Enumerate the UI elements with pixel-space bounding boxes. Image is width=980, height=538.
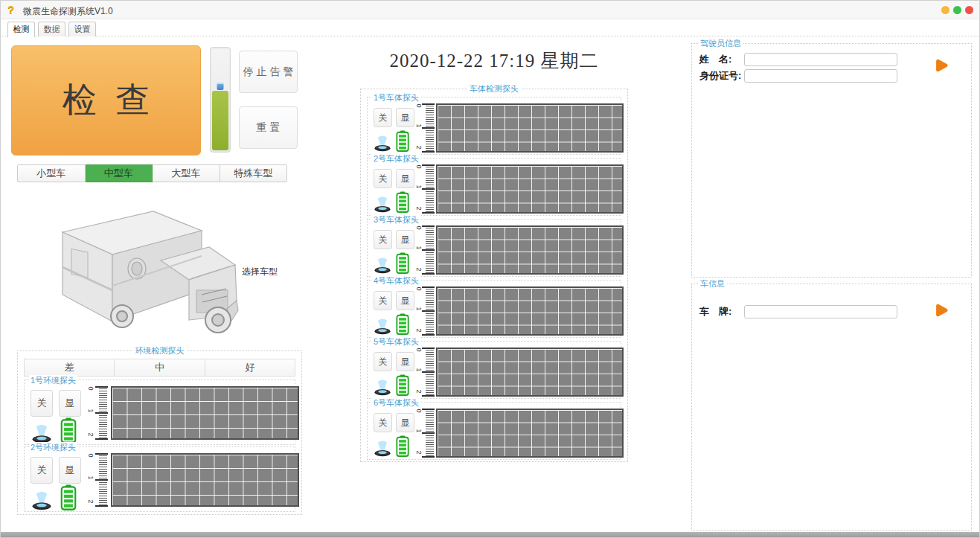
vehicle-type-special[interactable]: 特殊车型 [220,164,288,182]
app-window: ? 微震生命探测系统V1.0 检测 数据 设置 检查 停止告警 重置 小型车 中… [0,0,980,538]
probe-group: 4号车体探头 关 显 0 1 2 [367,280,621,338]
probe-signal-grid [436,164,624,214]
probe-group: 2号车体探头 关 显 0 1 2 [367,158,621,216]
probe-detector-icon [372,130,393,153]
stop-alarm-button[interactable]: 停止告警 [239,51,298,93]
vehicle-panel-title: 车信息 [698,278,727,289]
vehicle-type-selector: 小型车 中型车 大型车 特殊车型 [17,164,287,182]
probe-show-button[interactable]: 显 [396,169,414,188]
probe-detector-icon [372,374,393,397]
quality-good-button[interactable]: 好 [205,359,295,377]
ruler-tick-2: 2 [415,390,423,397]
tab-bar: 检测 数据 设置 [1,20,979,36]
body-probe-panel: 车体检测探头 1号车体探头 关 显 0 1 2 2号车体探头 关 显 [360,89,628,462]
tab-detect[interactable]: 检测 [7,22,35,37]
ruler-tick-1: 1 [415,368,423,375]
probe-ruler: 0 1 2 [415,348,435,397]
probe-off-button[interactable]: 关 [31,390,53,417]
vehicle-type-medium[interactable]: 中型车 [86,164,153,182]
select-vehicle-hint: 选择车型 [242,266,278,278]
ruler-tick-2: 2 [415,207,423,214]
probe-label: 1号车体探头 [372,92,420,103]
body-panel-title: 车体检测探头 [467,83,521,95]
body-probe-list: 1号车体探头 关 显 0 1 2 2号车体探头 关 显 0 [367,97,621,463]
vehicle-type-small[interactable]: 小型车 [17,164,86,182]
ruler-tick-0: 0 [415,104,423,111]
probe-detector-icon [372,435,393,458]
probe-off-button[interactable]: 关 [374,291,392,310]
reset-button[interactable]: 重置 [239,106,298,149]
probe-off-button[interactable]: 关 [374,169,392,188]
probe-off-button[interactable]: 关 [374,413,392,432]
probe-group: 5号车体探头 关 显 0 1 2 [367,341,621,399]
ruler-tick-0: 0 [415,165,423,172]
probe-signal-grid [436,286,624,336]
ruler-tick-1: 1 [415,185,423,192]
ruler-tick-1: 1 [87,409,95,416]
quality-bad-button[interactable]: 差 [24,359,115,377]
probe-off-button[interactable]: 关 [374,352,392,371]
tab-settings[interactable]: 设置 [68,22,96,36]
probe-ruler: 0 1 2 [415,225,435,275]
probe-signal-grid [111,453,299,507]
probe-group: 1号车体探头 关 显 0 1 2 [367,97,621,155]
battery-icon [396,130,409,152]
plate-input[interactable] [744,305,897,318]
probe-group: 1号环境探头 关 显 0 1 2 [24,380,295,445]
probe-detector-icon [29,486,54,510]
level-marker-icon [217,83,224,90]
driver-name-input[interactable] [744,53,897,66]
plate-label: 车 牌: [699,305,744,318]
app-title: 微震生命探测系统V1.0 [23,5,113,18]
detection-level-bar [210,47,231,153]
probe-detector-icon [372,252,393,275]
ruler-tick-2: 2 [87,433,95,440]
driver-id-row: 身份证号: [699,69,897,83]
probe-show-button[interactable]: 显 [396,108,414,127]
probe-detector-icon [372,313,393,336]
ruler-tick-2: 2 [415,451,423,458]
ruler-tick-2: 2 [415,268,423,275]
quality-medium-button[interactable]: 中 [115,359,205,377]
driver-id-input[interactable] [744,69,897,83]
ruler-tick-2: 2 [415,146,423,153]
vehicle-play-button[interactable] [923,293,958,327]
probe-show-button[interactable]: 显 [396,413,414,432]
probe-signal-grid [436,103,624,153]
check-button[interactable]: 检查 [11,45,201,156]
battery-icon [396,374,409,396]
vehicle-type-large[interactable]: 大型车 [153,164,220,182]
probe-ruler: 0 1 2 [415,103,435,153]
window-control-dot-2[interactable] [953,6,961,14]
probe-show-button[interactable]: 显 [59,457,81,484]
title-bar: ? 微震生命探测系统V1.0 [1,1,979,19]
probe-signal-grid [111,386,299,440]
vehicle-info-panel: 车信息 车 牌: [691,284,972,531]
environment-probe-list: 1号环境探头 关 显 0 1 2 2号环境探头 关 显 0 [24,380,295,513]
probe-off-button[interactable]: 关 [31,457,53,484]
ruler-tick-1: 1 [87,476,95,483]
ruler-tick-1: 1 [415,307,423,314]
window-control-dot-3[interactable] [965,6,973,14]
ruler-tick-0: 0 [87,454,95,461]
battery-icon [60,417,77,443]
driver-play-button[interactable] [923,48,958,83]
probe-show-button[interactable]: 显 [396,352,414,371]
battery-icon [396,435,409,457]
probe-show-button[interactable]: 显 [396,230,414,249]
window-control-dot-1[interactable] [941,6,949,14]
probe-off-button[interactable]: 关 [374,230,392,249]
probe-off-button[interactable]: 关 [374,108,392,127]
ruler-tick-1: 1 [415,246,423,253]
environment-panel-title: 环境检测探头 [133,345,187,356]
tab-data[interactable]: 数据 [38,22,65,36]
probe-label: 1号环境探头 [29,375,77,386]
ruler-tick-0: 0 [415,226,423,233]
probe-show-button[interactable]: 显 [396,291,414,310]
window-bottom-edge [1,532,979,537]
battery-icon [396,252,409,274]
probe-ruler: 0 1 2 [415,164,435,214]
ambulance-xray-image [49,196,239,336]
probe-group: 2号环境探头 关 显 0 1 2 [24,446,295,512]
probe-show-button[interactable]: 显 [59,390,81,417]
